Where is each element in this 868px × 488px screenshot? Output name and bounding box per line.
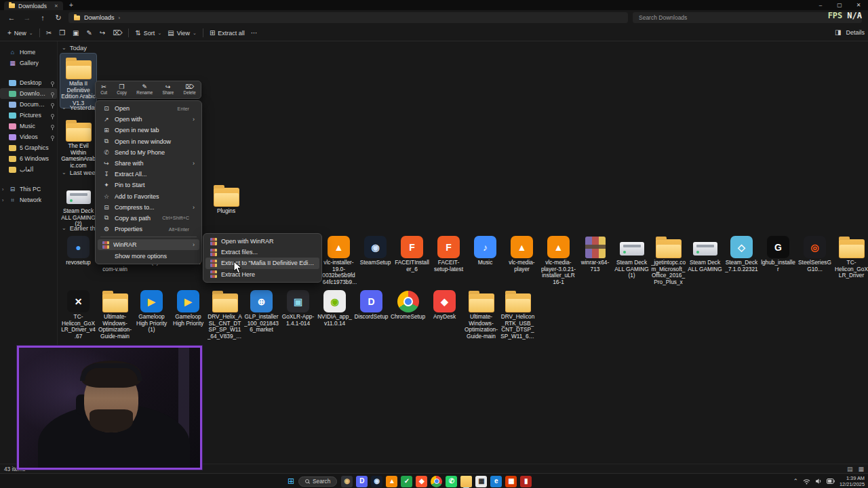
back-icon[interactable]: ← (6, 14, 17, 22)
file-item[interactable]: Steam Deck ALL GAMING (1) (614, 232, 650, 281)
file-item[interactable]: ◇ Steam_Deck_7.1.0.22321 (724, 232, 760, 274)
file-item[interactable]: DRV_Helix_ASL_CNT_DTSP_SP_W11_64_V839_60… (207, 287, 243, 341)
file-item[interactable]: Plugins (208, 181, 244, 216)
more-options-button[interactable]: ⋯ (251, 30, 258, 37)
file-item[interactable]: ▶ Gameloop High Priority (1) (134, 287, 170, 335)
rename-icon[interactable]: ✎ (87, 30, 92, 37)
file-item[interactable]: winrar-x64-713 (577, 232, 613, 274)
sidebar-item[interactable]: › 6 Windows (0, 153, 57, 164)
submenu-item[interactable]: Open with WinRAR (205, 236, 319, 247)
sidebar-item[interactable]: › ▦ Gallery (0, 58, 57, 68)
file-item[interactable]: ▲ vlc-media-player (504, 232, 540, 274)
file-item[interactable]: G lghub_installer (760, 232, 796, 274)
file-item[interactable]: ▣ GoXLR-App-1.4.1-014 (280, 287, 316, 328)
minimize-button[interactable]: – (811, 0, 830, 10)
extract-all-button[interactable]: ⊞ Extract all (210, 30, 245, 37)
submenu-item[interactable]: Extract Here (205, 269, 319, 280)
context-menu-item[interactable]: ⊞ Open in new tab › (98, 125, 199, 136)
sort-button[interactable]: ⇅ Sort ⌄ (135, 30, 161, 37)
file-item[interactable]: ▶ Gameloop High Priority (170, 287, 206, 328)
file-item[interactable]: ◉ NVIDIA_app_v11.0.14 (317, 287, 353, 328)
maximize-button[interactable]: ▢ (830, 0, 849, 10)
file-item[interactable]: F FACEITInstaller_6 (394, 232, 430, 274)
context-menu-item[interactable]: ↪ Share with › (98, 158, 199, 169)
sidebar-item[interactable]: › Downloads (0, 88, 57, 99)
office-icon[interactable]: ▦ (505, 476, 517, 487)
breadcrumb[interactable]: Downloads › (68, 12, 628, 23)
calculator-icon[interactable]: ▦ (475, 476, 487, 487)
camera-icon[interactable]: ◉ (341, 476, 353, 487)
context-menu-item[interactable]: Show more options › (98, 250, 199, 261)
sidebar-item[interactable]: › Music (0, 121, 57, 131)
steam-icon[interactable]: ◉ (371, 476, 382, 487)
quick-action[interactable]: ⌦ Delete (184, 84, 196, 96)
file-item[interactable]: ChromeSetup (390, 287, 426, 322)
up-icon[interactable]: ↑ (37, 14, 48, 22)
file-item[interactable]: ◎ SteelSeriesGG10... (797, 232, 833, 274)
volume-icon[interactable] (815, 478, 822, 485)
file-item[interactable]: ⊕ GLP_installer_100_0218436_market (243, 287, 279, 335)
sidebar-item[interactable]: › ⊟ This PC (0, 184, 57, 195)
sidebar-item[interactable]: › Documents (0, 99, 57, 110)
icons-view-icon[interactable]: ▦ (858, 466, 864, 472)
quick-action[interactable]: ↪ Share (162, 84, 174, 96)
file-item[interactable]: Mafia II Definitive Edition Arabic V1.3 (60, 54, 96, 108)
quick-action[interactable]: ✂ Cut (100, 84, 107, 96)
file-item[interactable]: D DiscordSetup (353, 287, 389, 322)
game-red-icon[interactable]: ▮ (520, 476, 532, 487)
tray-clock[interactable]: 1:39 AM 12/21/2025 (840, 475, 865, 488)
details-view-icon[interactable]: ▤ (847, 466, 853, 472)
details-pane-button[interactable]: ◨ Details (835, 25, 865, 40)
submenu-item[interactable]: Extract files... (205, 247, 319, 258)
copy-icon[interactable]: ❐ (59, 30, 65, 37)
taskbar-search[interactable]: Search (298, 476, 337, 487)
context-menu-item[interactable]: ✆ Send to My Phone › (98, 147, 199, 158)
context-menu-item[interactable]: ⧉ Copy as path Ctrl+Shift+C › (98, 213, 199, 224)
context-menu-item[interactable]: ⊡ Open Enter › (98, 103, 199, 114)
file-item[interactable]: ▲ vlc-installer-19.0-0032be5b9fd64fc1973… (321, 232, 357, 287)
file-explorer-icon[interactable] (460, 476, 472, 487)
file-item[interactable]: The Evil Within GamesinArabic.com (60, 116, 96, 170)
file-item[interactable]: ◉ SteamSetup (357, 232, 393, 268)
whatsapp-icon[interactable]: ✆ (446, 476, 457, 487)
context-menu-item[interactable]: WinRAR › (98, 239, 199, 250)
sidebar-item[interactable]: › 5 Graphics (0, 142, 57, 153)
vlc-icon[interactable]: ▲ (386, 476, 397, 487)
close-button[interactable]: ✕ (849, 0, 868, 10)
forward-icon[interactable]: → (22, 14, 33, 22)
wifi-icon[interactable] (803, 479, 810, 485)
sidebar-item[interactable]: › ⌂ Home (0, 47, 57, 58)
paste-icon[interactable]: ▣ (73, 30, 79, 37)
start-button[interactable]: ⊞ (288, 477, 294, 485)
hidden-icons-chevron[interactable]: ⌃ (793, 479, 798, 485)
context-menu-item[interactable]: ⚙ Properties Alt+Enter › (98, 224, 199, 235)
context-menu-item[interactable]: ↗ Open with › (98, 114, 199, 125)
quick-action[interactable]: ❐ Copy (117, 84, 127, 96)
antivirus-icon[interactable]: ✓ (401, 476, 412, 487)
context-menu-item[interactable]: ⧉ Open in new window › (98, 136, 199, 147)
battery-icon[interactable] (827, 479, 835, 484)
sidebar-item[interactable]: › ألعاب (0, 164, 57, 175)
file-item[interactable]: ◆ AnyDesk (427, 287, 462, 322)
context-menu-item[interactable]: ⊟ Compress to... › (98, 202, 199, 213)
file-item[interactable]: F FACEIT-setup-latest (431, 232, 467, 274)
context-menu-item[interactable]: ✦ Pin to Start › (98, 180, 199, 190)
new-button[interactable]: + New ⌄ (7, 30, 33, 37)
section-header-today[interactable]: ⌄ Today (62, 44, 87, 52)
sidebar-item[interactable]: › Desktop (0, 77, 57, 88)
file-item[interactable]: Steam Deck ALL GAMING (687, 232, 723, 274)
file-item[interactable]: ✕ TC-Helicon_GoXLR_Driver_v4.67 (60, 287, 96, 341)
delete-icon[interactable]: ⌦ (113, 30, 122, 37)
brave-icon[interactable]: ◆ (416, 476, 427, 487)
context-menu-item[interactable]: ↧ Extract All... › (98, 169, 199, 180)
discord-icon[interactable]: D (356, 476, 368, 487)
refresh-icon[interactable]: ↻ (53, 14, 64, 22)
file-item[interactable]: ♪ Music (467, 232, 503, 268)
section-header-last-week[interactable]: ⌄ Last week (62, 169, 98, 176)
sidebar-item[interactable]: › Videos (0, 131, 57, 142)
chrome-icon[interactable] (431, 476, 442, 487)
new-tab-button[interactable]: + (69, 1, 73, 9)
file-item[interactable]: _jgetintopc.com_Microsoft_Office_2016_Pr… (650, 232, 686, 287)
file-item[interactable]: Ultimate-Windows-Optimization-Guide-main (97, 287, 133, 341)
submenu-item[interactable]: Extract to "Mafia II Definitive Edition … (205, 258, 319, 268)
